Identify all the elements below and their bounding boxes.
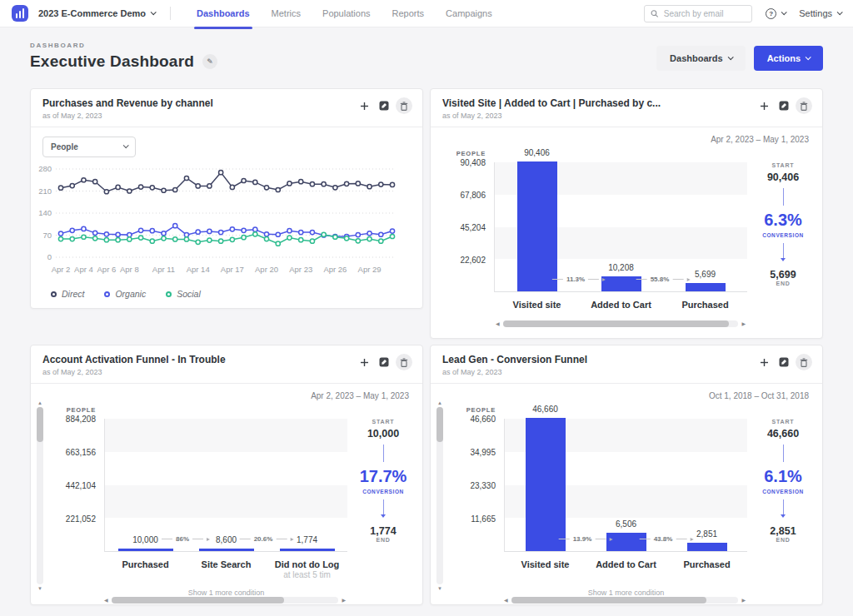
data-point[interactable] [219, 171, 223, 175]
data-point[interactable] [70, 228, 74, 232]
data-point[interactable] [299, 180, 303, 184]
data-point[interactable] [184, 233, 188, 237]
app-logo-icon[interactable] [12, 5, 28, 22]
data-point[interactable] [390, 182, 394, 186]
funnel-bar-purchased[interactable] [687, 543, 727, 551]
data-point[interactable] [276, 241, 280, 246]
data-point[interactable] [322, 182, 326, 186]
data-point[interactable] [287, 229, 292, 233]
data-point[interactable] [276, 187, 280, 191]
vertical-scrollbar[interactable]: ▲ ▼ [436, 400, 444, 591]
people-select[interactable]: People [42, 137, 136, 157]
funnel-bar-visited-site[interactable] [526, 418, 566, 551]
data-point[interactable] [70, 183, 74, 187]
delete-button[interactable] [796, 354, 812, 370]
data-point[interactable] [242, 236, 246, 240]
scroll-left-icon[interactable]: ◀ [504, 598, 508, 603]
add-to-dashboard-button[interactable] [756, 97, 772, 114]
funnel-bar-site-search[interactable] [199, 549, 254, 551]
data-point[interactable] [207, 184, 212, 188]
show-more-condition-link[interactable]: Show 1 more condition [505, 589, 747, 597]
data-point[interactable] [93, 180, 97, 184]
data-point[interactable] [310, 230, 314, 234]
scroll-down-icon[interactable]: ▼ [37, 586, 42, 591]
notebook-button[interactable] [776, 97, 792, 114]
data-point[interactable] [127, 233, 132, 237]
data-point[interactable] [264, 236, 268, 241]
data-point[interactable] [242, 178, 246, 182]
data-point[interactable] [184, 237, 188, 241]
data-point[interactable] [150, 186, 154, 190]
add-to-dashboard-button[interactable] [756, 354, 772, 370]
scroll-up-icon[interactable]: ▲ [37, 400, 42, 405]
scroll-down-icon[interactable]: ▼ [437, 586, 442, 591]
data-point[interactable] [253, 232, 257, 236]
scroll-left-icon[interactable]: ◀ [496, 321, 500, 326]
data-point[interactable] [356, 239, 360, 243]
scrollbar-thumb[interactable] [112, 597, 284, 604]
data-point[interactable] [82, 226, 86, 231]
data-point[interactable] [230, 237, 234, 241]
data-point[interactable] [310, 182, 314, 186]
legend-item-direct[interactable]: Direct [51, 289, 84, 299]
funnel-bar-did-not-do-log[interactable] [280, 549, 335, 551]
data-point[interactable] [299, 238, 303, 242]
horizontal-scrollbar[interactable]: ◀ ▶ [504, 597, 746, 604]
data-point[interactable] [58, 231, 62, 236]
line-chart[interactable]: 070140210280Apr 2Apr 4Apr 6Apr 8Apr 11Ap… [31, 159, 399, 284]
edit-title-button[interactable]: ✎ [202, 54, 217, 69]
scrollbar-thumb[interactable] [436, 407, 443, 442]
notebook-button[interactable] [776, 354, 792, 370]
funnel-bar-added-to-cart[interactable] [601, 276, 641, 291]
data-point[interactable] [333, 186, 337, 190]
data-point[interactable] [230, 185, 234, 189]
data-point[interactable] [287, 236, 292, 240]
data-point[interactable] [276, 232, 280, 236]
data-point[interactable] [196, 230, 200, 234]
scrollbar-thumb[interactable] [37, 407, 43, 442]
legend-item-social[interactable]: Social [166, 289, 201, 299]
data-point[interactable] [196, 184, 200, 188]
data-point[interactable] [299, 230, 303, 234]
data-point[interactable] [138, 236, 142, 240]
show-more-condition-link[interactable]: Show 1 more condition [105, 589, 347, 597]
data-point[interactable] [390, 234, 394, 238]
data-point[interactable] [242, 228, 246, 232]
data-point[interactable] [93, 231, 97, 235]
data-point[interactable] [184, 176, 188, 180]
data-point[interactable] [138, 228, 142, 232]
horizontal-scrollbar[interactable]: ◀ ▶ [104, 597, 346, 604]
data-point[interactable] [345, 236, 349, 241]
data-point[interactable] [379, 239, 383, 243]
data-point[interactable] [138, 185, 142, 189]
data-point[interactable] [58, 186, 62, 190]
data-point[interactable] [173, 237, 177, 241]
data-point[interactable] [162, 231, 166, 236]
data-point[interactable] [116, 232, 120, 236]
delete-button[interactable] [396, 97, 412, 114]
data-point[interactable] [196, 240, 200, 244]
data-point[interactable] [322, 232, 326, 236]
data-point[interactable] [230, 227, 234, 231]
data-point[interactable] [207, 238, 212, 242]
data-point[interactable] [219, 239, 223, 243]
data-point[interactable] [390, 229, 394, 233]
help-menu[interactable]: ? [766, 8, 786, 19]
tab-reports[interactable]: Reports [382, 0, 436, 27]
data-point[interactable] [379, 182, 383, 186]
tab-campaigns[interactable]: Campaigns [435, 0, 503, 27]
data-point[interactable] [333, 235, 337, 239]
horizontal-scrollbar[interactable]: ◀ ▶ [496, 320, 746, 327]
data-point[interactable] [116, 185, 120, 189]
data-point[interactable] [253, 227, 257, 231]
data-point[interactable] [162, 236, 166, 241]
tab-dashboards[interactable]: Dashboards [186, 0, 261, 27]
add-to-dashboard-button[interactable] [356, 354, 372, 370]
notebook-button[interactable] [376, 97, 392, 114]
delete-button[interactable] [796, 97, 812, 114]
data-point[interactable] [104, 232, 108, 236]
data-point[interactable] [264, 232, 268, 236]
data-point[interactable] [104, 190, 108, 194]
dashboards-dropdown-button[interactable]: Dashboards [656, 46, 746, 71]
data-point[interactable] [264, 186, 268, 190]
